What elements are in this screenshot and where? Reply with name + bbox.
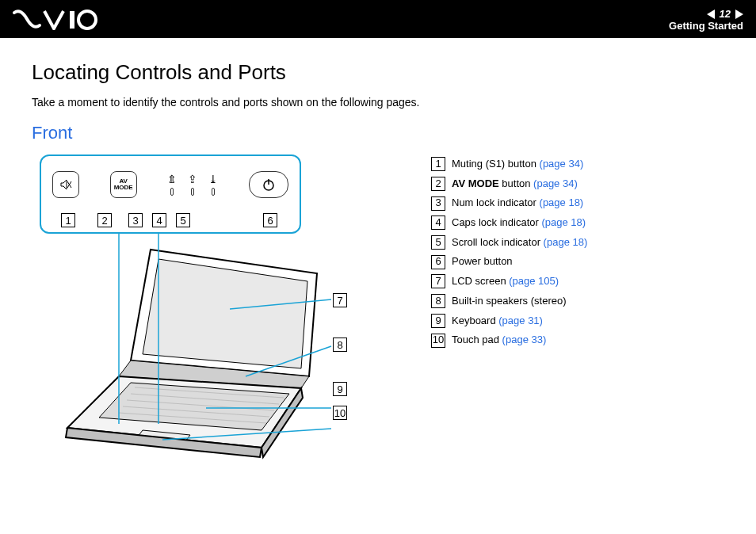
legend-row-1: 1 Muting (S1) button (page 34) [431, 154, 587, 174]
content: Locating Controls and Ports Take a momen… [0, 38, 756, 471]
legend: 1 Muting (S1) button (page 34) 2 AV MODE… [431, 154, 587, 350]
legend-link-7[interactable]: (page 105) [509, 275, 559, 287]
side-callouts: 7 8 9 10 [333, 293, 347, 420]
header-right: 12 Getting Started [669, 8, 743, 32]
svg-line-13 [230, 299, 331, 309]
legend-text-1: Muting (S1) button [452, 158, 540, 170]
legend-row-2: 2 AV MODE button (page 34) [431, 174, 587, 194]
legend-link-1[interactable]: (page 34) [540, 158, 584, 170]
legend-num-6: 6 [431, 255, 445, 269]
svg-rect-0 [70, 11, 74, 29]
arrow-left-icon[interactable] [707, 10, 715, 19]
legend-text-2: button [499, 177, 533, 189]
legend-link-4[interactable]: (page 18) [541, 216, 586, 228]
legend-link-10[interactable]: (page 33) [502, 334, 547, 345]
section-name: Getting Started [669, 20, 743, 32]
legend-num-3: 3 [431, 196, 445, 211]
legend-link-2[interactable]: (page 34) [533, 177, 578, 189]
legend-text-6: Power button [452, 255, 513, 267]
legend-text-9: Keyboard [452, 315, 498, 326]
header-bar: 12 Getting Started [0, 0, 756, 38]
legend-num-5: 5 [431, 235, 445, 250]
svg-point-1 [78, 11, 96, 29]
legend-row-9: 9 Keyboard (page 31) [431, 311, 587, 331]
legend-num-10: 10 [431, 334, 445, 348]
legend-row-8: 8 Built-in speakers (stereo) [431, 292, 587, 311]
legend-row-10: 10 Touch pad (page 33) [431, 330, 587, 350]
page-number: 12 [720, 8, 731, 20]
body-layout: AV MODE ⇭ ⇪ ⤓ 1 2 3 4 5 6 [32, 154, 724, 471]
legend-row-4: 4 Caps lock indicator (page 18) [431, 213, 587, 233]
svg-line-14 [246, 346, 331, 376]
callout-10: 10 [333, 406, 347, 420]
legend-link-9[interactable]: (page 31) [498, 315, 543, 326]
legend-row-5: 5 Scroll lock indicator (page 18) [431, 233, 587, 253]
legend-text-8: Built-in speakers (stereo) [452, 295, 567, 307]
legend-link-5[interactable]: (page 18) [544, 236, 588, 248]
legend-bold-2: AV MODE [452, 177, 499, 189]
diagram-area: AV MODE ⇭ ⇪ ⤓ 1 2 3 4 5 6 [32, 154, 380, 471]
legend-text-4: Caps lock indicator [452, 216, 541, 228]
legend-num-2: 2 [431, 177, 445, 191]
callout-7: 7 [333, 293, 347, 307]
intro-text: Take a moment to identify the controls a… [32, 96, 724, 109]
legend-num-8: 8 [431, 294, 445, 308]
arrow-right-icon[interactable] [735, 10, 743, 19]
legend-link-3[interactable]: (page 18) [540, 196, 584, 208]
legend-row-7: 7 LCD screen (page 105) [431, 272, 587, 292]
legend-text-3: Num lock indicator [452, 196, 540, 208]
legend-num-9: 9 [431, 314, 445, 328]
vaio-logo [13, 10, 100, 30]
svg-line-16 [162, 429, 331, 440]
legend-text-5: Scroll lock indicator [452, 236, 544, 248]
legend-text-10: Touch pad [452, 334, 502, 345]
legend-row-3: 3 Num lock indicator (page 18) [431, 193, 587, 213]
legend-num-4: 4 [431, 216, 445, 230]
page-title: Locating Controls and Ports [32, 60, 724, 85]
callout-8: 8 [333, 338, 347, 352]
subheading-front: Front [32, 123, 724, 143]
callout-9: 9 [333, 382, 347, 396]
legend-text-7: LCD screen [452, 275, 509, 287]
legend-num-1: 1 [431, 157, 445, 171]
legend-row-6: 6 Power button [431, 252, 587, 272]
legend-num-7: 7 [431, 274, 445, 288]
page-nav: 12 [707, 8, 743, 20]
